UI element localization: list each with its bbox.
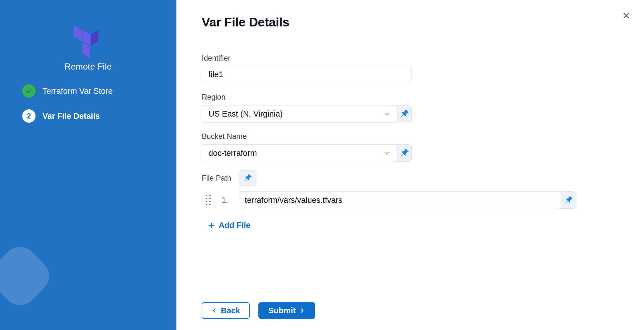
region-selected-value: US East (N. Virginia) <box>209 109 383 119</box>
region-label: Region <box>202 92 644 102</box>
step-number-indicator: 2 <box>22 109 36 123</box>
chevron-left-icon <box>211 307 218 314</box>
plus-icon <box>208 222 215 229</box>
chevron-down-icon <box>383 110 391 118</box>
file-row-index: 1. <box>222 196 228 205</box>
check-icon <box>25 87 33 95</box>
file-path-input[interactable] <box>238 191 561 209</box>
identifier-label: Identifier <box>202 53 644 63</box>
region-field-group: US East (N. Virginia) <box>202 105 412 122</box>
step-label: Var File Details <box>43 112 100 121</box>
file-path-header: File Path <box>202 170 644 186</box>
step-var-file-details[interactable]: 2 Var File Details <box>22 109 113 123</box>
bucket-name-select[interactable]: doc-terraform <box>202 144 397 162</box>
add-file-button[interactable]: Add File <box>208 221 250 230</box>
file-path-label: File Path <box>202 173 231 183</box>
file-path-row: 1. <box>202 191 644 209</box>
submit-button-label: Submit <box>268 306 296 315</box>
identifier-input[interactable] <box>202 66 412 83</box>
drag-handle-icon[interactable] <box>206 195 211 205</box>
file-path-pin-button[interactable] <box>239 170 256 186</box>
wizard-steps: Terraform Var Store 2 Var File Details <box>22 84 113 134</box>
back-button[interactable]: Back <box>202 302 250 319</box>
wizard-sidebar: Remote File Terraform Var Store 2 Var Fi… <box>0 0 177 330</box>
back-button-label: Back <box>221 306 240 315</box>
page-title: Var File Details <box>202 15 644 29</box>
terraform-logo <box>74 23 99 61</box>
file-path-row-pin-button[interactable] <box>561 192 576 208</box>
step-label: Terraform Var Store <box>43 87 113 96</box>
chevron-right-icon <box>299 307 305 314</box>
bucket-name-field-group: doc-terraform <box>202 144 412 162</box>
pin-icon <box>563 194 574 206</box>
sidebar-watermark <box>0 240 56 312</box>
step-terraform-var-store[interactable]: Terraform Var Store <box>22 84 113 98</box>
step-completed-indicator <box>22 84 36 98</box>
chevron-down-icon <box>383 149 391 157</box>
main-content: Var File Details Identifier Region US Ea… <box>177 0 644 330</box>
sidebar-watermark <box>39 324 111 330</box>
var-file-details-modal: Remote File Terraform Var Store 2 Var Fi… <box>0 0 644 330</box>
file-path-field-group <box>238 191 576 209</box>
region-select[interactable]: US East (N. Virginia) <box>202 105 397 123</box>
pin-icon <box>242 173 253 184</box>
wizard-footer: Back Submit <box>202 302 644 319</box>
submit-button[interactable]: Submit <box>258 302 315 319</box>
bucket-name-selected-value: doc-terraform <box>209 149 383 158</box>
pin-icon <box>398 147 410 159</box>
pin-icon <box>398 108 410 120</box>
integration-title: Remote File <box>0 62 176 72</box>
bucket-name-pin-button[interactable] <box>397 145 411 161</box>
region-pin-button[interactable] <box>397 105 411 122</box>
bucket-name-label: Bucket Name <box>202 132 644 141</box>
add-file-label: Add File <box>219 221 250 230</box>
